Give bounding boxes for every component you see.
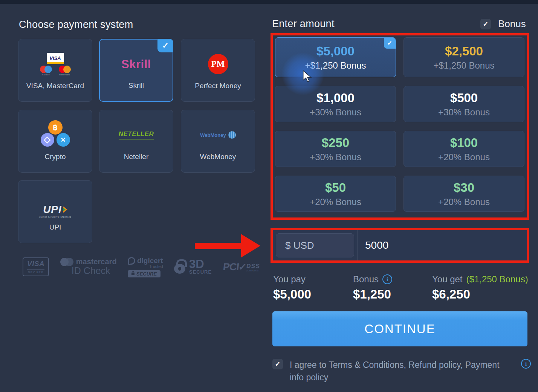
deposit-dialog: Choose payment system VISA maestro maste… — [0, 0, 538, 392]
bonus-info-icon[interactable]: i — [382, 274, 392, 284]
amount-input[interactable] — [358, 230, 527, 260]
ripple-icon: ✕ — [57, 133, 70, 147]
payment-method-label: Crypto — [18, 153, 92, 161]
skrill-logo-icon: Skrill — [100, 49, 173, 80]
mouse-cursor-icon — [302, 70, 313, 83]
amount-option-250[interactable]: $250 +30% Bonus — [275, 131, 396, 167]
ethereum-icon — [41, 133, 54, 147]
pci-dss-badge: PCI ✓ DSS COMPLIANT — [222, 261, 261, 273]
webmoney-globe-icon — [228, 131, 236, 139]
bonus-toggle-label: Bonus — [498, 18, 526, 30]
payment-method-upi[interactable]: UPI UNIFIED PAYMENTS INTERFACE UPI — [18, 180, 92, 243]
payment-method-visa-mastercard[interactable]: VISA maestro mastercard VISA, MasterCard — [18, 39, 92, 102]
selected-check-icon: ✓ — [384, 38, 396, 49]
agreement-info-icon[interactable]: i — [521, 359, 531, 369]
crypto-coins-icon: ฿ ✕ — [18, 120, 92, 150]
visa-card-icon: VISA — [47, 53, 64, 64]
payment-method-label: UPI — [18, 223, 92, 231]
payment-method-label: Skrill — [100, 81, 173, 90]
continue-button[interactable]: CONTINUE — [272, 311, 527, 346]
webmoney-logo-icon: WebMoney — [181, 120, 255, 150]
visa-mastercard-icon: VISA maestro mastercard — [18, 49, 92, 79]
bitcoin-icon: ฿ — [48, 120, 63, 135]
bonus-checkbox[interactable]: ✓ — [480, 19, 491, 29]
amount-input-group: $ USD — [271, 228, 529, 263]
amount-option-30[interactable]: $30 +20% Bonus — [404, 176, 524, 212]
you-pay-summary: You pay $5,000 — [273, 274, 311, 302]
payment-method-label: WebMoney — [181, 153, 255, 161]
annotation-arrow — [195, 243, 243, 249]
payment-method-neteller[interactable]: NETELLER Neteller — [99, 110, 173, 173]
payment-method-label: VISA, MasterCard — [18, 82, 92, 90]
you-get-bonus-note: ($1,250 Bonus) — [466, 274, 528, 285]
payment-method-crypto[interactable]: ฿ ✕ Crypto — [18, 110, 92, 173]
agreement-text: I agree to Terms & Conditions, Refund po… — [290, 359, 507, 383]
upi-logo-icon: UPI UNIFIED PAYMENTS INTERFACE — [18, 196, 92, 226]
enter-amount-heading: Enter amount — [272, 18, 335, 30]
top-dark-strip — [0, 0, 538, 4]
security-badges-row: VISA SECURE mastercard ID Check digicert… — [23, 255, 260, 279]
annotation-arrow-head — [241, 234, 260, 257]
perfect-money-logo-icon: PM — [181, 49, 255, 79]
payment-method-label: Neteller — [99, 153, 173, 161]
agreement-checkbox[interactable]: ✓ — [272, 359, 283, 369]
digicert-ring-icon — [127, 256, 136, 265]
amount-option-100[interactable]: $100 +20% Bonus — [404, 131, 524, 167]
payment-method-perfect-money[interactable]: PM Perfect Money — [181, 39, 255, 102]
amount-option-2500[interactable]: $2,500 +$1,250 Bonus — [404, 37, 524, 77]
you-get-value: $6,250 — [432, 287, 528, 302]
payment-method-webmoney[interactable]: WebMoney WebMoney — [181, 110, 255, 173]
bonus-toggle: ✓ Bonus — [480, 18, 526, 30]
digicert-badge: digicert Trusted SECURE — [128, 257, 163, 277]
bonus-summary: Bonus i $1,250 — [353, 274, 392, 302]
currency-label: $ USD — [285, 240, 314, 251]
mastercard-circles-icon — [60, 258, 73, 266]
visa-secure-badge: VISA SECURE — [23, 257, 49, 276]
payment-method-skrill[interactable]: ✓ Skrill Skrill — [99, 39, 173, 102]
payment-method-label: Perfect Money — [181, 82, 255, 90]
agreement-row: ✓ I agree to Terms & Conditions, Refund … — [272, 359, 533, 383]
3d-secure-badge: 3D SECURE — [174, 259, 212, 275]
choose-payment-heading: Choose payment system — [19, 19, 133, 31]
you-pay-value: $5,000 — [273, 287, 311, 302]
amount-option-50[interactable]: $50 +20% Bonus — [275, 176, 396, 212]
currency-select[interactable]: $ USD — [276, 233, 354, 257]
amount-option-500[interactable]: $500 +30% Bonus — [404, 86, 524, 122]
padlock-icon — [174, 259, 187, 274]
you-get-summary: You get ($1,250 Bonus) $6,250 — [432, 274, 528, 302]
mastercard-id-check-badge: mastercard ID Check — [60, 257, 117, 276]
neteller-logo-icon: NETELLER — [99, 120, 173, 150]
bonus-value: $1,250 — [353, 287, 392, 302]
lock-icon — [131, 273, 134, 275]
